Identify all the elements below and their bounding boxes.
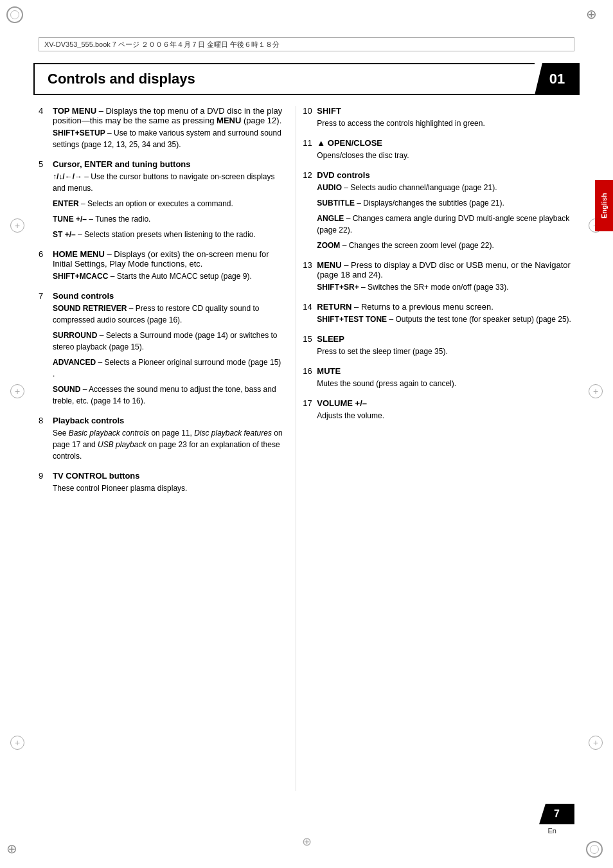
reg-mark-mr2	[589, 384, 603, 398]
entry-4-header: 4 TOP MENU – Displays the top menu of a …	[39, 106, 283, 125]
entry-16-body: Mutes the sound (press again to cancel).	[317, 378, 574, 389]
entry-15-title: SLEEP	[317, 334, 344, 344]
entry-11: 11 ▲ OPEN/CLOSE Opens/closes the disc tr…	[303, 138, 574, 161]
entry-4-title: TOP MENU – Displays the top menu of a DV…	[53, 106, 283, 125]
entry-7-body: SOUND RETRIEVER – Press to restore CD qu…	[53, 303, 283, 407]
entry-14: 14 RETURN – Returns to a previous menu s…	[303, 302, 574, 325]
entry-14-header: 14 RETURN – Returns to a previous menu s…	[303, 302, 574, 312]
entry-16-num: 16	[303, 366, 313, 376]
entry-17-header: 17 VOLUME +/–	[303, 398, 574, 408]
entry-5-st: ST +/– – Selects station presets when li…	[53, 229, 283, 240]
entry-5-enter: ENTER – Selects an option or executes a …	[53, 198, 283, 209]
entry-11-num: 11	[303, 138, 313, 148]
entry-12: 12 DVD controls AUDIO – Selects audio ch…	[303, 170, 574, 251]
entry-7: 7 Sound controls SOUND RETRIEVER – Press…	[39, 291, 283, 407]
entry-4: 4 TOP MENU – Displays the top menu of a …	[39, 106, 283, 150]
chapter-badge: 01	[535, 63, 580, 95]
entry-17-title: VOLUME +/–	[317, 398, 367, 408]
entry-16-header: 16 MUTE	[303, 366, 574, 376]
entry-6-num: 6	[39, 249, 49, 269]
entry-13-title: MENU – Press to display a DVD disc or US…	[317, 260, 574, 279]
entry-6-header: 6 HOME MENU – Displays (or exits) the on…	[39, 249, 283, 269]
reg-mark-ml1	[10, 218, 24, 233]
entry-10: 10 SHIFT Press to access the controls hi…	[303, 106, 574, 129]
reg-mark-mr3	[589, 736, 603, 750]
entry-12-num: 12	[303, 170, 313, 180]
entry-8: 8 Playback controls See Basic playback c…	[39, 416, 283, 462]
entry-7-retriever: SOUND RETRIEVER – Press to restore CD qu…	[53, 303, 283, 326]
english-tab: English	[595, 180, 613, 231]
entry-5-header: 5 Cursor, ENTER and tuning buttons	[39, 159, 283, 169]
entry-8-header: 8 Playback controls	[39, 416, 283, 425]
entry-11-title: ▲ OPEN/CLOSE	[317, 138, 382, 148]
entry-14-test-tone: SHIFT+TEST TONE – Outputs the test tone …	[317, 314, 574, 325]
reg-mark-bl	[6, 841, 27, 862]
entry-4-num: 4	[39, 106, 49, 125]
entry-7-num: 7	[39, 291, 49, 301]
entry-14-body: SHIFT+TEST TONE – Outputs the test tone …	[317, 314, 574, 325]
meta-text: XV-DV353_555.book 7 ページ ２００６年４月７日 金曜日 午後…	[44, 40, 280, 49]
entry-13-sr: SHIFT+SR+ – Switches the SR+ mode on/off…	[317, 281, 574, 293]
entry-7-surround: SURROUND – Selects a Surround mode (page…	[53, 330, 283, 353]
entry-7-title: Sound controls	[53, 291, 114, 301]
entry-12-body: AUDIO – Selects audio channel/language (…	[317, 182, 574, 251]
entry-12-header: 12 DVD controls	[303, 170, 574, 180]
content-area: 4 TOP MENU – Displays the top menu of a …	[39, 106, 574, 791]
entry-17-num: 17	[303, 398, 313, 408]
entry-4-body: SHIFT+SETUP – Use to make various system…	[53, 127, 283, 150]
entry-7-advanced: ADVANCED – Selects a Pioneer original su…	[53, 357, 283, 380]
entry-5-tune: TUNE +/– – Tunes the radio.	[53, 213, 283, 225]
entry-7-header: 7 Sound controls	[39, 291, 283, 301]
entry-8-num: 8	[39, 416, 49, 425]
reg-mark-ml3	[10, 736, 24, 750]
entry-13-body: SHIFT+SR+ – Switches the SR+ mode on/off…	[317, 281, 574, 293]
entry-9: 9 TV CONTROL buttons These control Pione…	[39, 471, 283, 494]
page-title: Controls and displays	[48, 71, 195, 87]
reg-mark-ml2	[10, 384, 24, 398]
reg-mark-tl	[6, 6, 27, 27]
entry-17: 17 VOLUME +/– Adjusts the volume.	[303, 398, 574, 421]
entry-12-audio: AUDIO – Selects audio channel/language (…	[317, 182, 574, 193]
entry-8-title: Playback controls	[53, 416, 124, 425]
entry-6: 6 HOME MENU – Displays (or exits) the on…	[39, 249, 283, 282]
entry-11-body: Opens/closes the disc tray.	[317, 150, 574, 161]
entry-9-body: These control Pioneer plasma displays.	[53, 483, 283, 494]
entry-13-header: 13 MENU – Press to display a DVD disc or…	[303, 260, 574, 279]
entry-9-num: 9	[39, 471, 49, 481]
entry-12-subtitle: SUBTITLE – Displays/changes the subtitle…	[317, 197, 574, 209]
page-number-badge: 7	[539, 804, 574, 824]
entry-10-header: 10 SHIFT	[303, 106, 574, 116]
entry-10-title: SHIFT	[317, 106, 341, 116]
entry-5-num: 5	[39, 159, 49, 169]
title-banner: Controls and displays 01	[33, 63, 580, 95]
bottom-center-mark: ⊕	[302, 835, 312, 849]
entry-6-body: SHIFT+MCACC – Starts the Auto MCACC setu…	[53, 270, 283, 282]
entry-5-title: Cursor, ENTER and tuning buttons	[53, 159, 191, 169]
entry-9-title: TV CONTROL buttons	[53, 471, 140, 481]
entry-10-body: Press to access the controls highlighted…	[317, 118, 574, 129]
entry-10-num: 10	[303, 106, 313, 116]
entry-6-title: HOME MENU – Displays (or exits) the on-s…	[53, 249, 283, 269]
entry-15-body: Press to set the sleep timer (page 35).	[317, 346, 574, 357]
entry-15-num: 15	[303, 334, 313, 344]
entry-5: 5 Cursor, ENTER and tuning buttons ↑/↓/←…	[39, 159, 283, 240]
entry-16: 16 MUTE Mutes the sound (press again to …	[303, 366, 574, 389]
entry-6-mcacc: SHIFT+MCACC – Starts the Auto MCACC setu…	[53, 270, 283, 282]
entry-11-header: 11 ▲ OPEN/CLOSE	[303, 138, 574, 148]
entry-13: 13 MENU – Press to display a DVD disc or…	[303, 260, 574, 293]
entry-7-sound: SOUND – Accesses the sound menu to adjus…	[53, 384, 283, 407]
entry-12-title: DVD controls	[317, 170, 369, 180]
page: XV-DV353_555.book 7 ページ ２００６年４月７日 金曜日 午後…	[0, 0, 613, 868]
entry-16-title: MUTE	[317, 366, 341, 376]
right-column: 10 SHIFT Press to access the controls hi…	[296, 106, 574, 791]
entry-14-num: 14	[303, 302, 313, 312]
entry-12-angle: ANGLE – Changes camera angle during DVD …	[317, 213, 574, 236]
entry-15-header: 15 SLEEP	[303, 334, 574, 344]
entry-15: 15 SLEEP Press to set the sleep timer (p…	[303, 334, 574, 357]
entry-13-num: 13	[303, 260, 313, 279]
reg-mark-br	[586, 841, 607, 862]
entry-14-title: RETURN – Returns to a previous menu scre…	[317, 302, 493, 312]
entry-9-header: 9 TV CONTROL buttons	[39, 471, 283, 481]
entry-17-body: Adjusts the volume.	[317, 410, 574, 421]
meta-bar: XV-DV353_555.book 7 ページ ２００６年４月７日 金曜日 午後…	[39, 37, 574, 51]
